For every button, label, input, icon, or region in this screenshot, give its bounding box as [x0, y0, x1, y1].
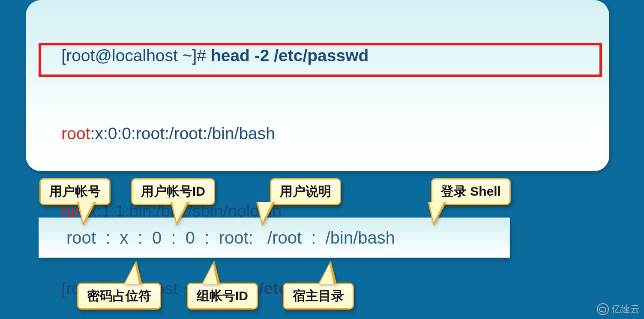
watermark-text: 亿速云 — [611, 303, 640, 316]
callout-user-account: 用户帐号 — [39, 178, 111, 205]
example-entry-text: root : x : 0 : 0 : root: /root : /bin/ba… — [66, 228, 395, 247]
passwd-entry-rest: :x:0:0:root:/root:/bin/bash — [90, 124, 275, 143]
callout-password-placeholder: 密码占位符 — [77, 283, 161, 310]
callout-home-dir: 宿主目录 — [283, 283, 354, 310]
callout-group-id: 组帐号ID — [187, 283, 258, 310]
watermark: 亿速云 — [597, 303, 640, 316]
callout-login-shell: 登录 Shell — [431, 178, 511, 205]
prompt-text: [root@localhost ~]# — [61, 46, 211, 65]
terminal-line-1: [root@localhost ~]# head -2 /etc/passwd — [43, 17, 592, 95]
callout-user-account-id: 用户帐号ID — [131, 178, 215, 205]
watermark-icon — [597, 303, 609, 315]
terminal-line-2: root:x:0:0:root:/root:/bin/bash — [43, 95, 592, 172]
command-text: head -2 /etc/passwd — [211, 46, 368, 65]
username-highlight: root — [61, 124, 90, 143]
terminal-output-box: [root@localhost ~]# head -2 /etc/passwd … — [26, 0, 609, 171]
callout-user-desc: 用户说明 — [270, 178, 341, 205]
